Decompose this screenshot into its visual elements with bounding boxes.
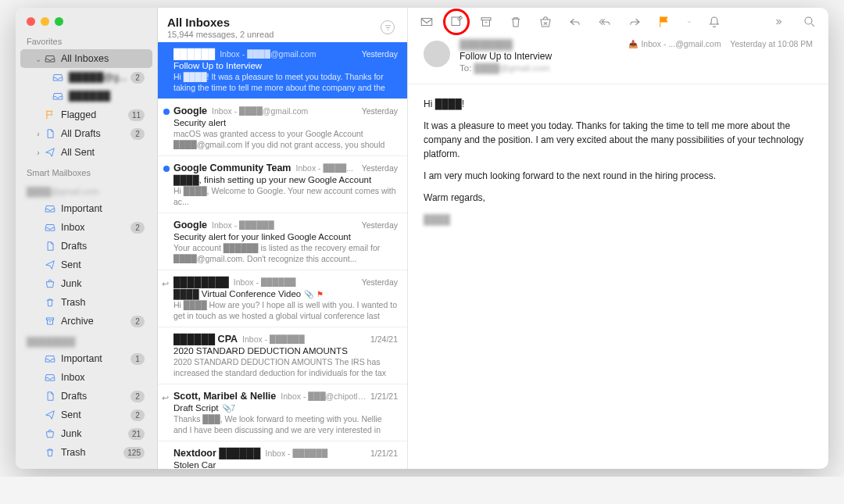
sender-name: ████████ [460, 39, 619, 50]
message-date: 1/24/21 [370, 334, 398, 344]
search-button[interactable] [802, 14, 817, 30]
sidebar: Favorites ⌄ All Inboxes █████@g... 2 ███… [16, 8, 158, 469]
inbox-small-icon: 📥 [628, 40, 638, 48]
sidebar-item-label: Inbox [61, 372, 145, 383]
body-line: It was a pleasure to meet you today. Tha… [424, 119, 813, 161]
envelope-button[interactable] [419, 14, 435, 30]
sidebar-item-drafts[interactable]: Drafts [20, 237, 152, 256]
to-label: To: [460, 63, 471, 73]
body-line: I am very much looking forward to the ne… [424, 169, 813, 183]
message-item[interactable]: ↩Scott, Maribel & NellieInbox - ███@chip… [158, 384, 407, 441]
message-item[interactable]: ██████ CPAInbox - ██████1/24/212020 STAN… [158, 327, 407, 384]
badge-count: 2 [131, 391, 145, 402]
message-preview: Hi ████ How are you? I hope all is well … [173, 300, 398, 320]
message-inbox-label: Inbox - ███@chipotlefilm... [281, 391, 370, 401]
message-subject: ████, finish setting up your new Google … [173, 175, 398, 184]
compose-button[interactable] [449, 14, 464, 30]
message-item[interactable]: GoogleInbox - ████@gmail.comYesterdaySec… [158, 99, 407, 156]
sidebar-item-junk2[interactable]: Junk 21 [20, 424, 152, 443]
message-inbox-label: Inbox - ██████ [242, 334, 370, 344]
reply-all-button[interactable] [597, 14, 613, 30]
forward-button[interactable] [627, 14, 642, 30]
flag-button[interactable] [656, 14, 672, 30]
mute-button[interactable] [706, 14, 722, 30]
compose-highlight-circle [443, 9, 470, 35]
message-inbox-label: Inbox - ██████ [265, 449, 370, 458]
message-date: Yesterday [362, 220, 398, 230]
message-from: Google [173, 105, 207, 116]
message-item[interactable]: Google Community TeamInbox - ████...Yest… [158, 156, 407, 213]
message-date: Yesterday [362, 106, 398, 116]
sidebar-item-inbox[interactable]: Inbox 2 [20, 218, 152, 237]
sidebar-item-label: All Drafts [61, 128, 131, 139]
badge-count: 21 [128, 428, 145, 440]
filter-button[interactable] [381, 20, 395, 34]
message-date: Yesterday [362, 49, 398, 59]
sidebar-item-flagged[interactable]: Flagged 11 [20, 105, 152, 124]
flag-icon: ⚑ [316, 290, 324, 298]
sidebar-item-drafts2[interactable]: Drafts 2 [20, 387, 152, 406]
sidebar-item-label: Important [61, 353, 131, 364]
message-item[interactable]: ↩████████Inbox - ██████Yesterday████ Vir… [158, 270, 407, 327]
svg-point-4 [805, 17, 812, 24]
junk-button[interactable] [538, 14, 553, 30]
badge-count: 125 [123, 447, 145, 459]
sidebar-item-all-drafts[interactable]: › All Drafts 2 [20, 124, 152, 143]
sidebar-item-label: █████@g... [69, 72, 131, 83]
sidebar-item-junk[interactable]: Junk [20, 274, 152, 293]
sidebar-item-all-inboxes[interactable]: ⌄ All Inboxes [20, 49, 152, 68]
svg-rect-3 [481, 18, 491, 20]
more-button[interactable] [772, 14, 788, 30]
message-item[interactable]: ██████Inbox - ████@gmail.comYesterdayFol… [158, 42, 407, 99]
meta-date-text: Yesterday at 10:08 PM [730, 39, 813, 48]
mail-window: Favorites ⌄ All Inboxes █████@g... 2 ███… [16, 8, 828, 469]
attachment-icon: 📎 [304, 290, 313, 298]
document-icon [44, 390, 56, 402]
badge-count: 2 [131, 409, 145, 421]
sidebar-item-archive[interactable]: Archive 2 [20, 312, 152, 331]
badge-count: 2 [131, 222, 145, 234]
message-list[interactable]: ██████Inbox - ████@gmail.comYesterdayFol… [158, 42, 407, 469]
sidebar-item-trash2[interactable]: Trash 125 [20, 443, 152, 462]
sidebar-item-label: Trash [61, 447, 123, 458]
minimize-window-button[interactable] [41, 17, 49, 26]
flag-menu-chevron-icon[interactable] [686, 14, 692, 30]
archive-icon [44, 315, 56, 327]
message-list-pane: All Inboxes 15,944 messages, 2 unread ██… [158, 8, 408, 469]
reading-pane: ████████ Follow Up to Interview To: ████… [408, 8, 828, 469]
message-subject: Stolen Car [173, 460, 398, 469]
sidebar-item-sent2[interactable]: Sent 2 [20, 406, 152, 424]
document-icon [44, 240, 56, 252]
message-date: Yesterday [362, 277, 398, 287]
message-preview: Hi ████, Welcome to Google. Your new acc… [173, 186, 398, 206]
message-from: Google Community Team [173, 163, 291, 173]
sidebar-section-smart: Smart Mailboxes [16, 162, 157, 181]
sidebar-subitem-account2[interactable]: ██████ [20, 87, 152, 105]
sent-icon [44, 146, 56, 159]
inbox-icon [44, 371, 56, 384]
message-preview: Thanks ███, We look forward to meeting w… [173, 414, 398, 434]
sidebar-item-trash[interactable]: Trash [20, 293, 152, 312]
reply-button[interactable] [567, 14, 583, 30]
zoom-window-button[interactable] [55, 17, 63, 26]
sidebar-item-important2[interactable]: Important 1 [20, 349, 152, 368]
archive-button[interactable] [478, 14, 494, 30]
message-item[interactable]: GoogleInbox - ██████YesterdaySecurity al… [158, 213, 407, 270]
toolbar [408, 8, 828, 36]
message-subject: Follow Up to Interview [173, 61, 398, 70]
message-item[interactable]: Nextdoor ██████Inbox - ██████1/21/21Stol… [158, 441, 407, 469]
sender-avatar [424, 41, 450, 67]
sidebar-subitem-account1[interactable]: █████@g... 2 [20, 68, 152, 87]
sidebar-item-inbox2[interactable]: Inbox [20, 368, 152, 387]
delete-button[interactable] [508, 14, 524, 30]
sidebar-item-important[interactable]: Important [20, 199, 152, 218]
sidebar-item-label: ██████ [69, 91, 145, 102]
sidebar-item-sent[interactable]: Sent [20, 256, 152, 274]
sidebar-item-all-sent[interactable]: › All Sent [20, 143, 152, 162]
message-inbox-label: Inbox - ████... [295, 163, 361, 173]
message-subject: Follow Up to Interview [460, 51, 619, 62]
sent-icon [44, 409, 56, 421]
sidebar-item-label: Sent [61, 409, 131, 420]
close-window-button[interactable] [27, 17, 35, 26]
window-controls [16, 8, 157, 30]
